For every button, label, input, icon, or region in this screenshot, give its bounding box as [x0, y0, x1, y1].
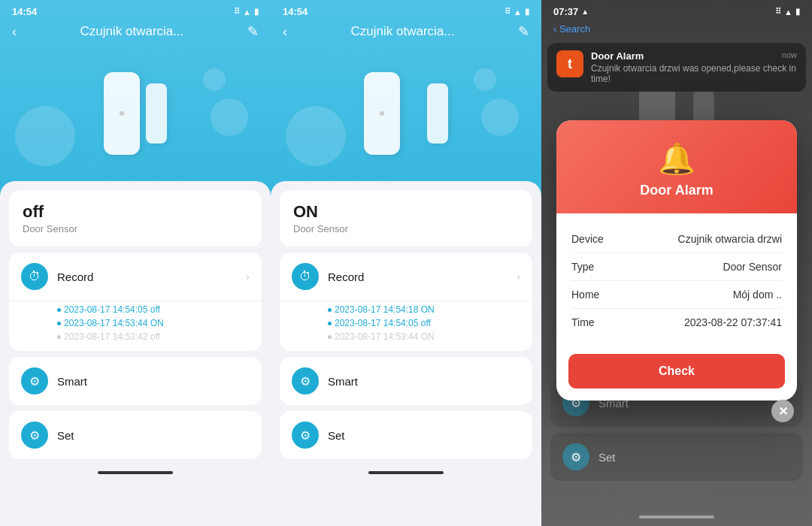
- edit-button-2[interactable]: ✎: [518, 23, 529, 40]
- app-header-1: ‹ Czujnik otwarcia... ✎: [0, 20, 271, 46]
- sensor-dot-2: [380, 111, 384, 116]
- alarm-modal: 🔔 Door Alarm Device Czujnik otwarcia drz…: [556, 120, 797, 401]
- header-title-1: Czujnik otwarcia...: [80, 24, 184, 39]
- notif-title: Door Alarm: [591, 50, 644, 62]
- time-value: 2023-08-22 07:37:41: [684, 316, 782, 328]
- status-bar-1: 14:54 ⠿ ▲ ▮: [0, 0, 271, 20]
- wifi-icon: ▲: [243, 8, 251, 17]
- record-menu-item-2[interactable]: ⏱ Record ›: [280, 252, 532, 301]
- time-label: Time: [571, 316, 595, 328]
- back-button-1[interactable]: ‹: [12, 24, 17, 40]
- record-entry-2-0: 2023-08-17 14:54:18 ON: [328, 304, 520, 315]
- status-value-2: ON: [293, 202, 519, 222]
- sensor-area-2: [271, 46, 541, 181]
- time-1: 14:54: [12, 6, 37, 17]
- home-indicator-3: [541, 515, 812, 518]
- set-item-2[interactable]: ⚙ Set: [280, 411, 532, 459]
- alarm-row-device: Device Czujnik otwarcia drzwi: [571, 225, 782, 253]
- dot-1-2: [57, 335, 61, 339]
- status-label-2: Door Sensor: [293, 223, 519, 234]
- battery-icon-2: ▮: [525, 7, 529, 17]
- dot-1-1: [57, 322, 61, 325]
- home-bar-1: [98, 471, 173, 474]
- alarm-row-home: Home Mój dom ..: [571, 281, 782, 309]
- sensor-closed: [104, 72, 167, 155]
- battery-icon-3: ▮: [795, 7, 800, 17]
- content-area-2: ON Door Sensor ⏱ Record › 2023-08-17 14:…: [271, 181, 541, 526]
- set-icon-1: ⚙: [21, 422, 48, 449]
- smart-icon-2: ⚙: [292, 367, 319, 394]
- time-3: 07:37: [553, 6, 578, 17]
- time-2: 14:54: [283, 6, 308, 17]
- smart-item-2[interactable]: ⚙ Smart: [280, 357, 532, 405]
- bubble-2-2: [481, 98, 519, 136]
- smart-card-2[interactable]: ⚙ Smart: [280, 357, 532, 405]
- back-button-2[interactable]: ‹: [283, 24, 287, 40]
- home-indicator-1: [0, 465, 271, 480]
- status-icons-3: ⠿ ▲ ▮: [775, 7, 800, 17]
- record-card-1: ⏱ Record › 2023-08-17 14:54:05 off 2023-…: [9, 252, 262, 351]
- dot-2-0: [328, 308, 332, 312]
- record-entry-1-1: 2023-08-17 14:53:44 ON: [57, 318, 250, 328]
- sensor-dot: [120, 111, 124, 116]
- notif-app-icon: t: [556, 50, 583, 77]
- wifi-icon-2: ▲: [514, 8, 522, 17]
- set-icon-2: ⚙: [292, 422, 319, 449]
- record-entry-1-0: 2023-08-17 14:54:05 off: [57, 304, 250, 315]
- smart-icon-1: ⚙: [21, 367, 48, 394]
- alarm-details: Device Czujnik otwarcia drzwi Type Door …: [556, 213, 797, 348]
- record-chevron-1: ›: [246, 271, 250, 283]
- dark-set-label: Set: [598, 451, 616, 464]
- record-icon-2: ⏱: [292, 263, 319, 290]
- alarm-row-time: Time 2023-08-22 07:37:41: [571, 309, 782, 336]
- smart-card-1[interactable]: ⚙ Smart: [9, 357, 262, 405]
- grid-icon-2: ⠿: [504, 7, 511, 17]
- grid-icon-3: ⠿: [775, 7, 781, 17]
- record-entry-1-2: 2023-08-17 14:53:42 off: [57, 331, 250, 342]
- smart-label-2: Smart: [328, 375, 520, 388]
- record-chevron-2: ›: [517, 271, 520, 283]
- home-bar-3: [639, 515, 714, 518]
- status-icons-2: ⠿ ▲ ▮: [504, 7, 529, 17]
- dark-nav: ‹ Search: [541, 20, 812, 40]
- back-search-button[interactable]: ‹ Search: [553, 23, 590, 35]
- home-bar-2: [368, 471, 444, 474]
- content-area-1: off Door Sensor ⏱ Record › 2023-08-17 14…: [0, 181, 271, 526]
- sensor-side-part: [146, 83, 167, 144]
- bubble-2: [211, 98, 248, 136]
- record-menu-item-1[interactable]: ⏱ Record ›: [9, 252, 262, 301]
- alarm-title: Door Alarm: [640, 183, 713, 198]
- phone-panel-1: 14:54 ⠿ ▲ ▮ ‹ Czujnik otwarcia... ✎ off …: [0, 0, 271, 526]
- sensor-open: [364, 72, 448, 155]
- set-label-1: Set: [57, 429, 250, 442]
- record-icon-1: ⏱: [21, 263, 48, 290]
- status-value-1: off: [23, 202, 248, 222]
- check-button[interactable]: Check: [568, 354, 785, 388]
- sensor-side-part-2: [427, 83, 448, 144]
- alarm-row-type: Type Door Sensor: [571, 253, 782, 281]
- dot-2-2: [328, 335, 332, 339]
- alarm-header: 🔔 Door Alarm: [556, 120, 797, 213]
- sensor-main-part-2: [364, 72, 400, 155]
- home-label: Home: [571, 289, 599, 301]
- set-card-1[interactable]: ⚙ Set: [9, 411, 262, 459]
- record-label-1: Record: [57, 271, 237, 283]
- header-title-2: Czujnik otwarcia...: [351, 24, 455, 39]
- close-button[interactable]: ✕: [771, 400, 794, 422]
- device-value: Czujnik otwarcia drzwi: [678, 233, 782, 245]
- dot-2-1: [328, 322, 332, 325]
- record-entries-2: 2023-08-17 14:54:18 ON 2023-08-17 14:54:…: [280, 301, 532, 351]
- notif-header: Door Alarm now: [591, 50, 797, 62]
- edit-button-1[interactable]: ✎: [247, 23, 259, 40]
- bell-icon: 🔔: [658, 141, 695, 177]
- set-item-1[interactable]: ⚙ Set: [9, 411, 262, 459]
- set-label-2: Set: [328, 429, 520, 442]
- record-entries-1: 2023-08-17 14:54:05 off 2023-08-17 14:53…: [9, 301, 262, 351]
- smart-item-1[interactable]: ⚙ Smart: [9, 357, 262, 405]
- phone-panel-3: 07:37 ▲ ⠿ ▲ ▮ ‹ Search t Door Alarm now …: [541, 0, 812, 526]
- location-icon: ▲: [581, 8, 589, 16]
- type-value: Door Sensor: [723, 261, 782, 273]
- status-time-3: 07:37 ▲: [553, 6, 589, 17]
- status-icons-1: ⠿ ▲ ▮: [234, 7, 259, 17]
- set-card-2[interactable]: ⚙ Set: [280, 411, 532, 459]
